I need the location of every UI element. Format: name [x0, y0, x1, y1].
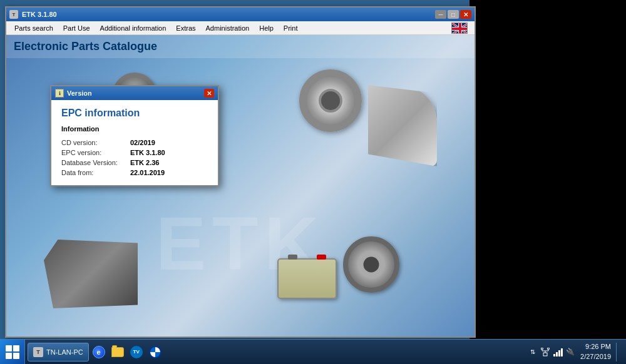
wheel-part-icon — [299, 69, 362, 132]
svg-rect-9 — [543, 353, 547, 356]
version-dialog: ℹ Version ✕ EPC information Information … — [50, 85, 219, 186]
transmission-part-icon — [44, 240, 138, 308]
info-field-value: 02/2019 — [130, 138, 208, 148]
clock-time: 9:26 PM — [580, 342, 611, 351]
network-icon-svg — [541, 348, 550, 356]
window-controls: ─ □ ✕ — [435, 10, 471, 19]
title-bar: T ETK 3.1.80 ─ □ ✕ — [6, 8, 475, 21]
taskbar-tray: ⇅ — [521, 340, 626, 364]
power-tray-icon[interactable]: 🔌 — [565, 347, 575, 357]
battery-part-icon — [277, 258, 337, 299]
bmw-icon — [149, 346, 162, 358]
menu-part-use[interactable]: Part Use — [58, 23, 95, 34]
taskbar: T TN-LAN-PC e TV ⇅ — [0, 339, 626, 364]
dialog-heading: EPC information — [61, 108, 208, 119]
info-table-row: CD version:02/2019 — [61, 138, 208, 148]
info-field-value: ETK 3.1.80 — [130, 148, 208, 158]
dialog-icon: ℹ — [55, 89, 64, 98]
svg-rect-14 — [541, 348, 543, 349]
taskbar-ie-button[interactable]: e — [90, 343, 108, 361]
maximize-button[interactable]: □ — [448, 10, 459, 19]
info-field-value: 22.01.2019 — [130, 168, 208, 178]
update-tray-icon[interactable]: ⇅ — [528, 347, 538, 357]
start-button[interactable] — [0, 340, 25, 365]
dialog-close-button[interactable]: ✕ — [204, 89, 214, 98]
volume-bars — [553, 348, 563, 356]
menu-additional-info[interactable]: Additional information — [95, 23, 172, 34]
menu-bar: Parts search Part Use Additional informa… — [6, 21, 475, 35]
info-field-label: EPC version: — [61, 148, 130, 158]
taskbar-clock[interactable]: 9:26 PM 2/27/2019 — [580, 342, 611, 361]
info-table-row: EPC version:ETK 3.1.80 — [61, 148, 208, 158]
svg-rect-8 — [452, 28, 468, 30]
info-table-row: Database Version:ETK 2.36 — [61, 158, 208, 168]
windows-logo-icon — [6, 345, 19, 359]
folder-icon — [111, 347, 124, 357]
teamviewer-icon: TV — [130, 346, 143, 358]
window-close-button[interactable]: ✕ — [460, 10, 471, 19]
language-flag-icon[interactable] — [451, 23, 468, 34]
svg-rect-15 — [548, 348, 550, 349]
network-tray-icon[interactable] — [540, 347, 550, 357]
taskbar-items: T TN-LAN-PC e TV — [25, 340, 167, 364]
dialog-titlebar: ℹ Version ✕ — [51, 86, 218, 100]
taskbar-folder-button[interactable] — [109, 343, 126, 361]
right-panel — [470, 0, 626, 339]
dialog-title: Version — [67, 89, 201, 97]
window-title: ETK 3.1.80 — [22, 11, 431, 18]
content-area: Electronic Parts Catalogue ETK — [6, 35, 475, 336]
taskbar-app-label: TN-LAN-PC — [46, 348, 83, 356]
dialog-section-label: Information — [61, 125, 208, 133]
info-table: CD version:02/2019EPC version:ETK 3.1.80… — [61, 138, 208, 178]
volume-tray-icon[interactable] — [553, 347, 563, 357]
menu-extras[interactable]: Extras — [171, 23, 200, 34]
brake-disc-part-icon — [343, 236, 399, 293]
taskbar-app-button[interactable]: T TN-LAN-PC — [28, 343, 89, 361]
info-field-label: CD version: — [61, 138, 130, 148]
menu-print[interactable]: Print — [279, 23, 303, 34]
app-window: T ETK 3.1.80 ─ □ ✕ Parts search Part Use… — [5, 6, 476, 338]
desktop: T ETK 3.1.80 ─ □ ✕ Parts search Part Use… — [0, 0, 626, 364]
show-desktop-button[interactable] — [616, 343, 620, 361]
taskbar-bmw-button[interactable] — [146, 343, 164, 361]
minimize-button[interactable]: ─ — [435, 10, 446, 19]
menu-administration[interactable]: Administration — [201, 23, 255, 34]
info-table-row: Data from:22.01.2019 — [61, 168, 208, 178]
flag-svg — [452, 23, 468, 34]
menu-help[interactable]: Help — [254, 23, 279, 34]
fender-part-icon — [368, 85, 437, 166]
taskbar-teamviewer-button[interactable]: TV — [128, 343, 145, 361]
epc-background: Electronic Parts Catalogue ETK — [6, 35, 475, 336]
tray-icons: ⇅ — [528, 347, 575, 357]
taskbar-app-icon: T — [33, 347, 43, 357]
dialog-content: EPC information Information CD version:0… — [51, 100, 218, 185]
info-field-label: Database Version: — [61, 158, 130, 168]
app-icon: T — [9, 10, 18, 19]
clock-date: 2/27/2019 — [580, 352, 611, 361]
menu-parts-search[interactable]: Parts search — [9, 23, 58, 34]
info-field-label: Data from: — [61, 168, 130, 178]
info-field-value: ETK 2.36 — [130, 158, 208, 168]
ie-icon: e — [93, 346, 105, 358]
